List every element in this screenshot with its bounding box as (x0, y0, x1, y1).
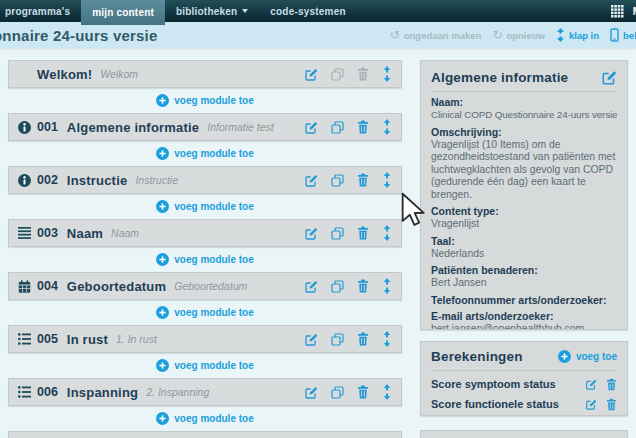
general-info-panel: Algemene informatie Naam: Clinical COPD … (420, 60, 628, 330)
module-title: Naam (67, 226, 103, 241)
move-module-handle[interactable] (382, 66, 392, 82)
module-actions (304, 278, 392, 294)
delete-calculation-button[interactable] (606, 398, 617, 411)
add-module-button[interactable]: voeg module toe (156, 412, 253, 425)
module-actions (304, 66, 392, 82)
module-row-001[interactable]: 001 Algemene informatie Informatie test (8, 113, 402, 141)
edit-module-button[interactable] (304, 385, 318, 399)
nav-item-programmas[interactable]: programma's (0, 0, 81, 22)
add-module-button[interactable]: voeg module toe (156, 200, 253, 213)
field-label: Telefoonnummer arts/onderzoeker: (431, 294, 617, 306)
add-module-button[interactable]: voeg module toe (156, 147, 253, 160)
app-window: programma's mijn content bibliotheken co… (0, 0, 636, 438)
add-module-button[interactable]: voeg module toe (156, 306, 253, 319)
module-subtitle: Welkom (100, 68, 138, 80)
edit-module-button[interactable] (304, 226, 318, 240)
module-title: In rust (67, 332, 108, 347)
edit-module-button[interactable] (304, 120, 318, 134)
module-title: Instructie (67, 173, 128, 188)
move-module-handle[interactable] (382, 172, 392, 188)
collapse-all-button[interactable]: klap in (556, 28, 599, 42)
move-module-handle[interactable] (382, 331, 392, 347)
module-list: Welkom! Welkom voeg module toe 001 (8, 60, 402, 438)
redo-button[interactable]: ↻ opnieuw (492, 29, 545, 41)
calculation-row[interactable]: Score symptoom status (431, 374, 617, 394)
module-row-004[interactable]: 004 Geboortedatum Geboortedatum (8, 272, 402, 300)
delete-module-button[interactable] (357, 120, 369, 134)
add-module-button[interactable]: voeg module toe (156, 359, 253, 372)
module-title: Geboortedatum (67, 279, 166, 294)
edit-module-button[interactable] (304, 173, 318, 187)
move-module-handle[interactable] (382, 384, 392, 400)
module-row-005[interactable]: 005 In rust 1. In rust (8, 325, 402, 353)
plus-icon (156, 359, 169, 372)
redo-icon: ↻ (492, 29, 502, 41)
add-module-label: voeg module toe (174, 95, 253, 106)
move-module-handle[interactable] (382, 119, 392, 135)
field-value: Bert Jansen (431, 277, 617, 290)
delete-calculation-button[interactable] (606, 378, 617, 391)
list-icon (18, 333, 37, 345)
info-icon (18, 121, 37, 134)
add-module-row: voeg module toe (8, 406, 402, 431)
delete-module-button[interactable] (357, 67, 369, 81)
field-label: Naam: (431, 96, 617, 108)
title-bar: onnaire 24-uurs versie ↺ ongedaan maken … (0, 22, 636, 48)
page-title: onnaire 24-uurs versie (0, 27, 157, 44)
phone-icon (610, 28, 619, 42)
panel-title: Algemene informatie (431, 70, 568, 85)
navbar-partial-label[interactable]: M (633, 6, 636, 17)
add-module-label: voeg module toe (174, 201, 253, 212)
module-subtitle: 2. Inspanning (146, 386, 209, 398)
module-row-002[interactable]: 002 Instructie Instructie (8, 166, 402, 194)
copy-module-button[interactable] (331, 68, 344, 81)
copy-module-button[interactable] (331, 386, 344, 399)
next-panel-partial (420, 430, 628, 438)
nav-item-mijn-content[interactable]: mijn content (81, 0, 165, 25)
edit-calculation-button[interactable] (585, 398, 597, 410)
preview-button[interactable]: bekijk (610, 28, 636, 42)
module-actions (304, 331, 392, 347)
add-module-button[interactable]: voeg module toe (156, 253, 253, 266)
edit-calculation-button[interactable] (585, 378, 597, 390)
delete-module-button[interactable] (357, 173, 369, 187)
module-row-003[interactable]: 003 Naam Naam (8, 219, 402, 247)
move-module-handle[interactable] (382, 225, 392, 241)
chevron-down-icon (242, 9, 248, 13)
list-icon (18, 386, 37, 398)
edit-info-button[interactable] (601, 69, 617, 85)
copy-module-button[interactable] (331, 121, 344, 134)
copy-module-button[interactable] (331, 333, 344, 346)
copy-module-button[interactable] (331, 227, 344, 240)
edit-module-button[interactable] (304, 279, 318, 293)
nav-item-code-systemen[interactable]: code-systemen (259, 0, 356, 22)
add-module-row: voeg module toe (8, 247, 402, 272)
module-row-welkom[interactable]: Welkom! Welkom (8, 60, 402, 88)
edit-module-button[interactable] (304, 67, 318, 81)
add-calculation-button[interactable]: voeg toe (558, 350, 617, 363)
undo-button[interactable]: ↺ ongedaan maken (390, 29, 482, 41)
delete-module-button[interactable] (357, 332, 369, 346)
add-module-label: voeg module toe (174, 254, 253, 265)
sidebar: Algemene informatie Naam: Clinical COPD … (420, 60, 628, 438)
module-subtitle: 1. In rust (116, 333, 157, 345)
field-value: Clinical COPD Questionnaire 24-uurs vers… (431, 109, 617, 122)
calculation-row[interactable]: Score functionele status (431, 394, 617, 414)
add-module-button[interactable]: voeg module toe (156, 94, 253, 107)
delete-module-button[interactable] (357, 385, 369, 399)
module-row-partial[interactable] (8, 431, 402, 438)
copy-module-button[interactable] (331, 174, 344, 187)
module-row-006[interactable]: 006 Inspanning 2. Inspanning (8, 378, 402, 406)
delete-module-button[interactable] (357, 226, 369, 240)
panel-title: Berekeningen (431, 349, 523, 364)
move-module-handle[interactable] (382, 278, 392, 294)
edit-module-button[interactable] (304, 332, 318, 346)
plus-icon (156, 306, 169, 319)
apps-grid-icon[interactable] (611, 5, 624, 18)
delete-module-button[interactable] (357, 279, 369, 293)
add-module-row: voeg module toe (8, 300, 402, 325)
module-title: Algemene informatie (67, 120, 199, 135)
copy-module-button[interactable] (331, 280, 344, 293)
nav-item-bibliotheken[interactable]: bibliotheken (165, 0, 259, 22)
field-label: Patiënten benaderen: (431, 264, 617, 276)
